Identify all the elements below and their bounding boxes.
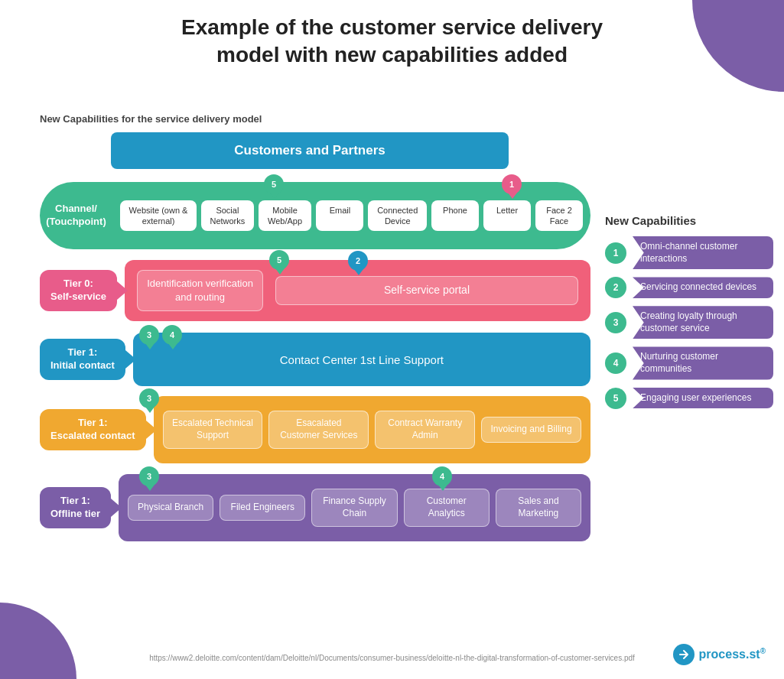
pin-channel-5: 5 bbox=[264, 174, 285, 200]
nc-text-4: Nurturing customer communities bbox=[633, 346, 773, 379]
tier1c-item-analytics: Customer Analytics bbox=[404, 489, 490, 526]
logo-text: process.st® bbox=[699, 647, 766, 661]
nc-item-3: 3 Creating loyalty through customer serv… bbox=[605, 306, 773, 339]
page-wrapper: Example of the customer service delivery… bbox=[0, 0, 784, 679]
nc-item-5: 5 Engaging user experiences bbox=[605, 388, 773, 409]
tier1a-label: Tier 1:Initial contact bbox=[40, 339, 125, 380]
channel-item-connected: Connected Device bbox=[368, 200, 427, 232]
tier1b-label: Tier 1:Escalated contact bbox=[40, 409, 146, 450]
nc-text-3: Creating loyalty through customer servic… bbox=[633, 306, 773, 339]
tier1c-item-engineers: Filed Engineers bbox=[220, 495, 305, 521]
section-label: New Capabilities for the service deliver… bbox=[40, 113, 262, 125]
logo-area: process.st® bbox=[673, 644, 766, 665]
channel-item-mobile: Mobile Web/App bbox=[259, 200, 312, 232]
channel-item-face2face: Face 2 Face bbox=[535, 200, 583, 232]
corner-decoration-bottom-left bbox=[0, 603, 76, 679]
tier1b-item-tech: Escalated Technical Support bbox=[163, 411, 263, 448]
channel-item-website: Website (own & external) bbox=[120, 200, 197, 232]
nc-text-5: Engaging user experiences bbox=[633, 388, 773, 409]
tier0-label: Tier 0:Self-service bbox=[40, 270, 117, 311]
tier1b-content: Escalated Technical Support Esacalated C… bbox=[154, 396, 590, 463]
tier1a-content: Contact Center 1st Line Support bbox=[133, 333, 590, 386]
main-title: Example of the customer service delivery… bbox=[0, 14, 784, 70]
pin-tier1c-3: 3 bbox=[139, 466, 161, 492]
channel-items: Website (own & external) Social Networks… bbox=[112, 200, 590, 232]
tier1c-label: Tier 1:Offline tier bbox=[40, 487, 111, 528]
tier0-identification: Identification verification and routing bbox=[137, 270, 263, 311]
nc-text-1: Omni-channel customer interactions bbox=[633, 236, 773, 269]
new-capabilities-panel: New Capabilities 1 Omni-channel customer… bbox=[605, 214, 773, 417]
tier1b-item-customer: Esacalated Customer Services bbox=[268, 411, 369, 448]
nc-item-1: 1 Omni-channel customer interactions bbox=[605, 236, 773, 269]
tier1b-container: Tier 1:Escalated contact Escalated Techn… bbox=[40, 396, 590, 463]
tier1c-item-branch: Physical Branch bbox=[128, 495, 213, 521]
channel-item-letter: Letter bbox=[483, 200, 531, 232]
nc-num-2: 2 bbox=[605, 277, 626, 298]
pin-tier0-5: 5 bbox=[269, 250, 291, 276]
tier1c-item-sales: Sales and Marketing bbox=[496, 489, 581, 526]
nc-num-3: 3 bbox=[605, 312, 626, 333]
pin-channel-2: 2 bbox=[348, 251, 369, 277]
logo-icon bbox=[673, 644, 695, 665]
pin-channel-1: 1 bbox=[502, 174, 523, 200]
tier1c-container: Tier 1:Offline tier Physical Branch File… bbox=[40, 474, 590, 541]
nc-num-5: 5 bbox=[605, 388, 626, 409]
bottom-url: https://www2.deloitte.com/content/dam/De… bbox=[0, 654, 784, 662]
tier0-container: Tier 0:Self-service Identification verif… bbox=[40, 260, 590, 321]
pin-tier1c-4: 4 bbox=[432, 466, 454, 492]
tier1c-content: Physical Branch Filed Engineers Finance … bbox=[119, 474, 590, 541]
tier1a-center-label: Contact Center 1st Line Support bbox=[133, 353, 590, 366]
pin-tier1b-3: 3 bbox=[139, 388, 161, 414]
tier0-portal: Self-service portal bbox=[275, 276, 578, 305]
tier1b-item-invoicing: Invoicing and Billing bbox=[481, 417, 581, 443]
pin-tier1a-4: 4 bbox=[162, 325, 184, 351]
tier1a-container: Tier 1:Initial contact Contact Center 1s… bbox=[40, 333, 590, 386]
tier1c-item-finance: Finance Supply Chain bbox=[311, 489, 397, 526]
pin-tier1a-3: 3 bbox=[139, 325, 161, 351]
customers-banner: Customers and Partners bbox=[111, 132, 509, 169]
tier1b-item-warranty: Contract Warranty Admin bbox=[375, 411, 475, 448]
channel-item-phone: Phone bbox=[431, 200, 479, 232]
nc-item-2: 2 Servicing connected devices bbox=[605, 277, 773, 298]
nc-item-4: 4 Nurturing customer communities bbox=[605, 346, 773, 379]
nc-num-1: 1 bbox=[605, 242, 626, 264]
channel-item-social: Social Networks bbox=[201, 200, 254, 232]
nc-text-2: Servicing connected devices bbox=[633, 277, 773, 298]
channel-label: Channel/ (Touchpoint) bbox=[40, 203, 112, 229]
channel-item-email: Email bbox=[316, 200, 363, 232]
nc-num-4: 4 bbox=[605, 352, 626, 374]
nc-title: New Capabilities bbox=[605, 214, 773, 227]
